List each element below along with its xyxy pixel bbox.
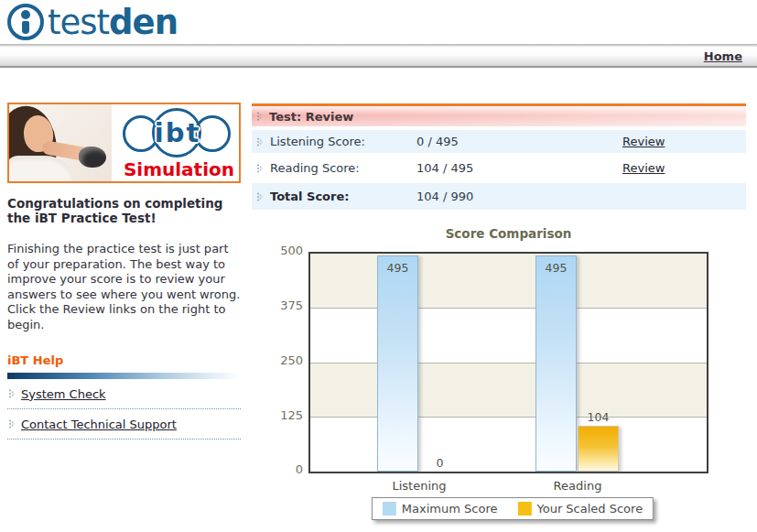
dotted-arrow-icon: [257, 137, 263, 147]
testden-i-icon: [7, 4, 44, 40]
dotted-arrow-icon: [257, 112, 263, 121]
scaled-score-swatch-icon: [517, 502, 531, 516]
system-check-link[interactable]: System Check: [21, 387, 106, 401]
legend-label-max: Maximum Score: [402, 502, 498, 516]
listening-score-value: 0 / 495: [416, 135, 622, 148]
home-link[interactable]: Home: [704, 49, 742, 63]
ibt-help-heading: iBT Help: [7, 353, 241, 367]
dotted-arrow-icon: [9, 419, 15, 429]
test-review-title: Test: Review: [269, 110, 353, 124]
bar-listening-max: [377, 255, 418, 472]
total-score-row: Total Score: 104 / 990: [252, 183, 746, 210]
y-tick-375: 375: [265, 299, 303, 312]
legend-label-scaled: Your Scaled Score: [536, 502, 643, 516]
mouse-icon: [79, 147, 106, 168]
listening-score-row: Listening Score: 0 / 495 Review: [252, 130, 746, 153]
total-score-label: Total Score:: [270, 190, 416, 203]
y-tick-500: 500: [265, 244, 303, 257]
bar-value-reading-max: 495: [535, 261, 577, 275]
dotted-arrow-icon: [257, 192, 263, 201]
max-score-swatch-icon: [383, 502, 396, 516]
dotted-arrow-icon: [257, 164, 263, 173]
intro-paragraph: Finishing the practice test is just part…: [7, 242, 241, 333]
y-tick-125: 125: [265, 408, 303, 422]
total-score-value: 104 / 990: [416, 190, 622, 203]
top-navbar: Home: [0, 44, 757, 68]
chart-legend: Maximum Score Your Scaled Score: [372, 497, 654, 520]
y-tick-250: 250: [265, 353, 303, 367]
page: testden Home ibt Simulation Congratulati…: [0, 0, 757, 532]
ibt-logo: ibt: [117, 106, 238, 159]
x-label-listening: Listening: [377, 479, 461, 493]
main-content: Test: Review Listening Score: 0 / 495 Re…: [252, 103, 746, 525]
sidebar-item-system-check: System Check: [7, 379, 241, 408]
bar-reading-max: [535, 255, 577, 472]
bar-value-listening-max: 495: [377, 261, 418, 275]
dotted-arrow-icon: [9, 389, 15, 398]
sidebar: ibt Simulation Congratulations on comple…: [7, 103, 241, 440]
dotted-separator: [7, 439, 241, 440]
sidebar-item-contact-support: Contact Technical Support: [7, 409, 241, 439]
test-review-header: Test: Review: [252, 103, 746, 126]
contact-support-link[interactable]: Contact Technical Support: [21, 418, 177, 431]
bar-value-listening-scaled: 0: [419, 456, 460, 470]
plot-bands: [310, 254, 707, 472]
bar-value-reading-scaled: 104: [578, 410, 619, 424]
ibt-logo-text: ibt: [117, 117, 238, 148]
reading-score-value: 104 / 495: [416, 161, 622, 175]
chart-title: Score Comparison: [308, 226, 708, 241]
ibt-simulation-banner: ibt Simulation: [7, 103, 241, 183]
listening-review-link[interactable]: Review: [622, 135, 665, 148]
brand-wordmark: testden: [48, 5, 178, 39]
congrats-heading: Congratulations on completing the iBT Pr…: [7, 196, 241, 226]
chart-plot: 495 0 495 104: [308, 252, 708, 473]
bar-reading-scaled: [578, 426, 619, 472]
x-label-reading: Reading: [535, 479, 620, 493]
testden-logo[interactable]: testden: [7, 4, 178, 40]
listening-score-label: Listening Score:: [270, 135, 416, 148]
legend-item-scaled-score: Your Scaled Score: [517, 502, 643, 516]
promo-photo: [9, 104, 112, 181]
simulation-label: Simulation: [124, 158, 234, 180]
help-divider-bar: [7, 373, 241, 379]
reading-review-link[interactable]: Review: [622, 161, 665, 175]
legend-item-max-score: Maximum Score: [383, 502, 498, 516]
reading-score-row: Reading Score: 104 / 495 Review: [252, 157, 746, 179]
reading-score-label: Reading Score:: [270, 161, 416, 175]
y-tick-0: 0: [265, 462, 303, 476]
